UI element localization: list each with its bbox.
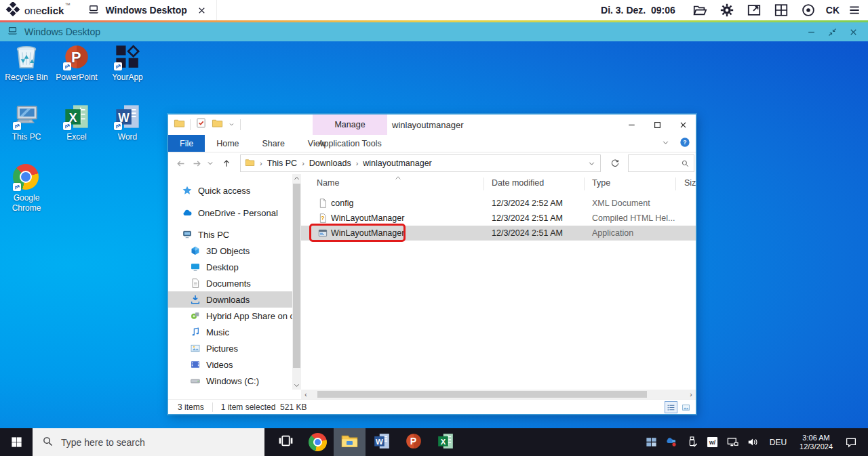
horizontal-scrollbar[interactable]: ‹ › xyxy=(301,390,696,399)
scrollbar-thumb[interactable] xyxy=(293,184,300,368)
scroll-down-icon[interactable] xyxy=(292,381,301,390)
scroll-right-icon[interactable]: › xyxy=(686,390,696,399)
manage-ribbon-tab[interactable]: Manage xyxy=(313,115,387,135)
taskbar-chrome-button[interactable] xyxy=(302,428,334,456)
close-session-icon[interactable] xyxy=(848,27,859,37)
large-icons-view-button[interactable] xyxy=(679,401,692,413)
tray-speaker-icon[interactable] xyxy=(746,436,761,449)
new-folder-icon[interactable] xyxy=(212,117,223,131)
sidebar-item-music[interactable]: Music xyxy=(168,324,292,340)
file-date: 12/3/2024 2:51 AM xyxy=(492,228,563,238)
drive-icon xyxy=(190,375,201,386)
ribbon-tab-file[interactable]: File xyxy=(168,135,205,152)
breadcrumb-segment[interactable]: Downloads xyxy=(309,159,351,168)
column-header-date-modified[interactable]: Date modified xyxy=(492,178,544,188)
desktop-icon-google-chrome[interactable]: Google Chrome xyxy=(3,164,50,213)
ribbon-tab-application-tools[interactable]: Application Tools xyxy=(313,135,387,152)
minimize-session-icon[interactable] xyxy=(806,27,816,37)
tray-wbox-icon[interactable]: w/ xyxy=(705,436,720,449)
search-icon[interactable] xyxy=(681,159,690,168)
sidebar-item-this-pc[interactable]: This PC xyxy=(168,226,292,243)
minimize-window-button[interactable] xyxy=(618,115,644,135)
scroll-up-icon[interactable] xyxy=(292,174,301,183)
expand-ribbon-icon[interactable] xyxy=(661,138,670,149)
file-row-config[interactable]: config12/3/2024 2:52 AMXML Document xyxy=(301,196,696,211)
sidebar-item-pictures[interactable]: Pictures xyxy=(168,340,292,356)
taskbar-task-view-button[interactable] xyxy=(270,428,302,456)
taskbar-excel-button[interactable]: X xyxy=(429,428,461,456)
clock[interactable]: 3:06 AM12/3/2024 xyxy=(800,434,833,451)
close-window-button[interactable] xyxy=(670,115,696,135)
sidebar-item-3d-objects[interactable]: 3D Objects xyxy=(168,243,292,259)
taskbar-explorer-button[interactable] xyxy=(334,428,366,456)
desktop-icon-yourapp[interactable]: YourApp xyxy=(104,43,151,83)
column-header-type[interactable]: Type xyxy=(592,178,610,188)
sidebar-item-videos[interactable]: Videos xyxy=(168,356,292,373)
breadcrumb-segment[interactable]: This PC xyxy=(267,159,297,168)
gear-icon[interactable] xyxy=(719,2,735,18)
ribbon-tab-share[interactable]: Share xyxy=(251,135,296,152)
desktop-icon-word[interactable]: WWord xyxy=(104,103,151,142)
up-icon[interactable] xyxy=(218,155,235,171)
taskbar-powerpoint-button[interactable]: P xyxy=(397,428,429,456)
sidebar-item-downloads[interactable]: Downloads xyxy=(168,291,292,308)
folder-small-icon[interactable] xyxy=(174,117,185,131)
recent-chevron-icon[interactable] xyxy=(205,155,216,171)
column-header-size[interactable]: Size xyxy=(684,178,696,188)
taskbar-word-button[interactable]: W xyxy=(366,428,397,456)
grid4-icon[interactable] xyxy=(773,2,789,18)
sidebar-item-desktop[interactable]: Desktop xyxy=(168,259,292,275)
search-icon xyxy=(42,436,54,449)
address-dropdown-icon[interactable] xyxy=(587,159,596,168)
record-icon[interactable] xyxy=(800,2,816,18)
desktop-icon-recycle-bin[interactable]: Recycle Bin xyxy=(3,43,50,83)
scroll-left-icon[interactable]: ‹ xyxy=(301,390,311,399)
explorer-titlebar[interactable]: Manage winlayoutmanager xyxy=(168,115,696,135)
action-center-icon[interactable] xyxy=(845,436,857,449)
forward-icon[interactable] xyxy=(189,155,205,171)
sidebar-item-documents[interactable]: Documents xyxy=(168,275,292,291)
column-header-name[interactable]: Name xyxy=(317,178,339,188)
qat-customize-icon[interactable] xyxy=(228,119,235,131)
close-tab-icon[interactable] xyxy=(197,5,207,16)
user-initials[interactable]: CK xyxy=(826,5,840,16)
taskbar-search[interactable]: Type here to search xyxy=(33,428,264,456)
file-type: Application xyxy=(592,228,633,238)
file-name[interactable]: WinLayoutManager xyxy=(331,213,404,223)
desktop-icon-excel[interactable]: XExcel xyxy=(54,103,100,142)
scrollbar-thumb[interactable] xyxy=(317,391,647,398)
collapse-session-icon[interactable] xyxy=(827,27,837,37)
tray-usb-icon[interactable] xyxy=(685,436,700,449)
red-annotation-box xyxy=(309,224,406,242)
tray-display-net-icon[interactable] xyxy=(726,436,741,449)
folder-open-icon[interactable] xyxy=(692,2,708,18)
back-icon[interactable] xyxy=(172,155,189,171)
fullscreen-icon[interactable] xyxy=(746,2,762,18)
language-indicator[interactable]: DEU xyxy=(770,438,787,447)
explorer-search-input[interactable] xyxy=(629,159,681,168)
session-tab[interactable]: Windows Desktop xyxy=(78,0,216,20)
sidebar-item-onedrive-personal[interactable]: OneDrive - Personal xyxy=(168,205,292,221)
sidebar-item-hybrid-app-share-on-on[interactable]: Hybrid App Share on on xyxy=(168,308,292,324)
tray-device-red-icon[interactable] xyxy=(665,436,679,449)
ribbon-tab-home[interactable]: Home xyxy=(205,135,250,152)
details-view-button[interactable] xyxy=(665,401,677,413)
sidebar-item-quick-access[interactable]: Quick access xyxy=(168,182,292,199)
file-name[interactable]: config xyxy=(331,199,353,208)
sort-ascending-icon[interactable] xyxy=(395,174,401,182)
sidebar-scrollbar[interactable] xyxy=(292,174,301,390)
explorer-search-box[interactable] xyxy=(628,154,694,172)
refresh-icon[interactable] xyxy=(606,154,624,172)
sidebar-item-windows-c-[interactable]: Windows (C:) xyxy=(168,373,292,389)
hamburger-menu-icon[interactable] xyxy=(848,3,861,17)
session-title: Windows Desktop xyxy=(24,26,100,37)
properties-icon[interactable] xyxy=(195,117,207,131)
tray-grid-blue-icon[interactable] xyxy=(644,436,659,449)
desktop-icon-powerpoint[interactable]: PPowerPoint xyxy=(54,43,100,83)
desktop-icon-this-pc[interactable]: This PC xyxy=(3,103,50,142)
maximize-window-button[interactable] xyxy=(644,115,670,135)
breadcrumb[interactable]: ›This PC›Downloads›winlayoutmanager xyxy=(240,154,601,172)
start-button[interactable] xyxy=(0,428,33,456)
breadcrumb-segment[interactable]: winlayoutmanager xyxy=(363,159,431,168)
help-icon[interactable]: ? xyxy=(679,137,690,150)
